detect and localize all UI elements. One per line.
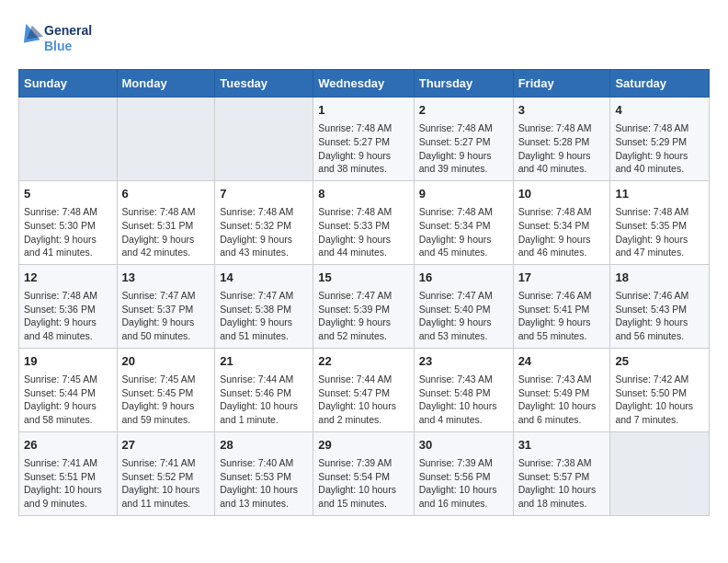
- day-number: 7: [220, 186, 308, 202]
- day-number: 2: [419, 102, 508, 119]
- day-number: 5: [24, 186, 112, 202]
- day-info: Sunrise: 7:43 AM Sunset: 5:48 PM Dayligh…: [419, 373, 508, 427]
- day-number: 15: [318, 270, 408, 286]
- day-number: 19: [24, 353, 112, 370]
- day-number: 27: [122, 437, 210, 454]
- day-info: Sunrise: 7:48 AM Sunset: 5:33 PM Dayligh…: [318, 205, 408, 259]
- logo: General Blue: [18, 18, 101, 60]
- day-number: 20: [122, 353, 210, 370]
- day-cell: 6Sunrise: 7:48 AM Sunset: 5:31 PM Daylig…: [117, 180, 215, 264]
- day-cell: 23Sunrise: 7:43 AM Sunset: 5:48 PM Dayli…: [414, 348, 513, 431]
- day-number: 26: [24, 437, 112, 454]
- day-number: 10: [518, 186, 606, 202]
- day-cell: 11Sunrise: 7:48 AM Sunset: 5:35 PM Dayli…: [610, 180, 710, 264]
- day-cell: 19Sunrise: 7:45 AM Sunset: 5:44 PM Dayli…: [19, 348, 118, 431]
- day-number: 18: [615, 270, 704, 286]
- day-info: Sunrise: 7:48 AM Sunset: 5:34 PM Dayligh…: [518, 205, 606, 259]
- day-number: 8: [318, 186, 408, 202]
- day-cell: 4Sunrise: 7:48 AM Sunset: 5:29 PM Daylig…: [610, 98, 710, 181]
- day-cell: [117, 98, 215, 181]
- week-row-1: 1Sunrise: 7:48 AM Sunset: 5:27 PM Daylig…: [19, 98, 710, 181]
- header-row: SundayMondayTuesdayWednesdayThursdayFrid…: [19, 70, 710, 98]
- day-info: Sunrise: 7:48 AM Sunset: 5:30 PM Dayligh…: [24, 205, 112, 259]
- day-cell: 29Sunrise: 7:39 AM Sunset: 5:54 PM Dayli…: [313, 431, 414, 515]
- day-number: 28: [220, 437, 308, 454]
- header-saturday: Saturday: [610, 70, 710, 98]
- day-info: Sunrise: 7:41 AM Sunset: 5:52 PM Dayligh…: [122, 456, 210, 511]
- day-cell: [19, 98, 118, 181]
- day-info: Sunrise: 7:47 AM Sunset: 5:38 PM Dayligh…: [220, 289, 308, 343]
- day-info: Sunrise: 7:47 AM Sunset: 5:37 PM Dayligh…: [122, 289, 210, 343]
- day-cell: 13Sunrise: 7:47 AM Sunset: 5:37 PM Dayli…: [117, 264, 215, 348]
- day-cell: 1Sunrise: 7:48 AM Sunset: 5:27 PM Daylig…: [313, 98, 414, 181]
- day-number: 4: [615, 102, 704, 119]
- day-cell: 30Sunrise: 7:39 AM Sunset: 5:56 PM Dayli…: [414, 431, 513, 515]
- day-cell: 18Sunrise: 7:46 AM Sunset: 5:43 PM Dayli…: [610, 264, 710, 348]
- header-wednesday: Wednesday: [313, 70, 414, 98]
- day-cell: 17Sunrise: 7:46 AM Sunset: 5:41 PM Dayli…: [513, 264, 610, 348]
- day-info: Sunrise: 7:39 AM Sunset: 5:56 PM Dayligh…: [419, 456, 508, 511]
- day-info: Sunrise: 7:44 AM Sunset: 5:47 PM Dayligh…: [318, 373, 408, 427]
- day-info: Sunrise: 7:45 AM Sunset: 5:45 PM Dayligh…: [122, 373, 210, 427]
- day-info: Sunrise: 7:48 AM Sunset: 5:32 PM Dayligh…: [220, 205, 308, 259]
- page-header: General Blue: [18, 18, 710, 60]
- day-cell: 27Sunrise: 7:41 AM Sunset: 5:52 PM Dayli…: [117, 431, 215, 515]
- day-cell: 3Sunrise: 7:48 AM Sunset: 5:28 PM Daylig…: [513, 98, 610, 181]
- day-cell: 8Sunrise: 7:48 AM Sunset: 5:33 PM Daylig…: [313, 180, 414, 264]
- week-row-2: 5Sunrise: 7:48 AM Sunset: 5:30 PM Daylig…: [19, 180, 710, 264]
- day-info: Sunrise: 7:48 AM Sunset: 5:31 PM Dayligh…: [122, 205, 210, 259]
- logo-svg: General Blue: [18, 18, 101, 60]
- week-row-3: 12Sunrise: 7:48 AM Sunset: 5:36 PM Dayli…: [19, 264, 710, 348]
- header-sunday: Sunday: [19, 70, 118, 98]
- day-number: 3: [518, 102, 606, 119]
- day-cell: 24Sunrise: 7:43 AM Sunset: 5:49 PM Dayli…: [513, 348, 610, 431]
- day-info: Sunrise: 7:48 AM Sunset: 5:27 PM Dayligh…: [419, 121, 508, 176]
- header-friday: Friday: [513, 70, 610, 98]
- svg-text:Blue: Blue: [44, 39, 73, 53]
- day-cell: 15Sunrise: 7:47 AM Sunset: 5:39 PM Dayli…: [313, 264, 414, 348]
- day-number: 23: [419, 353, 508, 370]
- day-number: 29: [318, 437, 408, 454]
- day-cell: 25Sunrise: 7:42 AM Sunset: 5:50 PM Dayli…: [610, 348, 710, 431]
- day-cell: 10Sunrise: 7:48 AM Sunset: 5:34 PM Dayli…: [513, 180, 610, 264]
- day-number: 21: [220, 353, 308, 370]
- day-cell: [215, 98, 313, 181]
- day-cell: 5Sunrise: 7:48 AM Sunset: 5:30 PM Daylig…: [19, 180, 118, 264]
- day-cell: 21Sunrise: 7:44 AM Sunset: 5:46 PM Dayli…: [215, 348, 313, 431]
- day-info: Sunrise: 7:38 AM Sunset: 5:57 PM Dayligh…: [518, 456, 606, 511]
- week-row-4: 19Sunrise: 7:45 AM Sunset: 5:44 PM Dayli…: [19, 348, 710, 431]
- day-number: 22: [318, 353, 408, 370]
- calendar-table: SundayMondayTuesdayWednesdayThursdayFrid…: [18, 69, 710, 516]
- day-number: 6: [122, 186, 210, 202]
- day-info: Sunrise: 7:48 AM Sunset: 5:36 PM Dayligh…: [24, 289, 112, 343]
- day-number: 24: [518, 353, 606, 370]
- day-number: 25: [615, 353, 704, 370]
- day-cell: 26Sunrise: 7:41 AM Sunset: 5:51 PM Dayli…: [19, 431, 118, 515]
- day-info: Sunrise: 7:40 AM Sunset: 5:53 PM Dayligh…: [220, 456, 308, 511]
- day-number: 31: [518, 437, 606, 454]
- day-info: Sunrise: 7:46 AM Sunset: 5:43 PM Dayligh…: [615, 289, 704, 343]
- day-number: 30: [419, 437, 508, 454]
- day-info: Sunrise: 7:47 AM Sunset: 5:39 PM Dayligh…: [318, 289, 408, 343]
- svg-text:General: General: [44, 23, 92, 38]
- day-info: Sunrise: 7:46 AM Sunset: 5:41 PM Dayligh…: [518, 289, 606, 343]
- day-info: Sunrise: 7:48 AM Sunset: 5:35 PM Dayligh…: [615, 205, 704, 259]
- day-info: Sunrise: 7:45 AM Sunset: 5:44 PM Dayligh…: [24, 373, 112, 427]
- day-info: Sunrise: 7:48 AM Sunset: 5:28 PM Dayligh…: [518, 121, 606, 176]
- day-number: 13: [122, 270, 210, 286]
- day-number: 12: [24, 270, 112, 286]
- day-cell: 12Sunrise: 7:48 AM Sunset: 5:36 PM Dayli…: [19, 264, 118, 348]
- day-info: Sunrise: 7:42 AM Sunset: 5:50 PM Dayligh…: [615, 373, 704, 427]
- day-cell: 7Sunrise: 7:48 AM Sunset: 5:32 PM Daylig…: [215, 180, 313, 264]
- day-cell: 9Sunrise: 7:48 AM Sunset: 5:34 PM Daylig…: [414, 180, 513, 264]
- day-cell: 16Sunrise: 7:47 AM Sunset: 5:40 PM Dayli…: [414, 264, 513, 348]
- header-monday: Monday: [117, 70, 215, 98]
- day-number: 14: [220, 270, 308, 286]
- day-cell: 28Sunrise: 7:40 AM Sunset: 5:53 PM Dayli…: [215, 431, 313, 515]
- header-tuesday: Tuesday: [215, 70, 313, 98]
- day-cell: 31Sunrise: 7:38 AM Sunset: 5:57 PM Dayli…: [513, 431, 610, 515]
- day-number: 16: [419, 270, 508, 286]
- day-cell: 20Sunrise: 7:45 AM Sunset: 5:45 PM Dayli…: [117, 348, 215, 431]
- day-number: 17: [518, 270, 606, 286]
- day-cell: 22Sunrise: 7:44 AM Sunset: 5:47 PM Dayli…: [313, 348, 414, 431]
